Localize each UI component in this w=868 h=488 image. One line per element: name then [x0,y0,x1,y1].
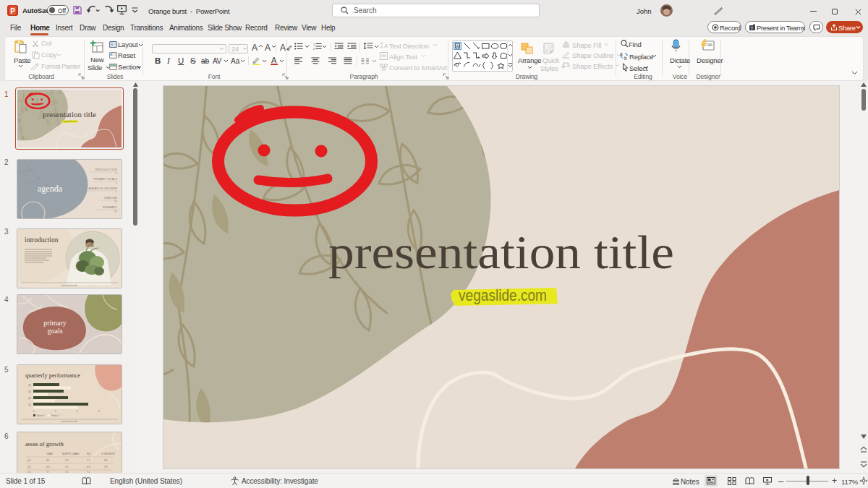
svg-text:YEAR: YEAR [46,453,53,455]
svg-text:Q4: Q4 [28,384,31,387]
svg-text:SUPPLY CHAIN: SUPPLY CHAIN [62,453,80,455]
svg-text:quarterly performance: quarterly performance [25,372,80,379]
svg-text:1.7: 1.7 [87,459,90,462]
svg-text:12: 12 [114,210,117,213]
svg-text:goals: goals [47,327,62,335]
svg-text:5%: 5% [104,459,108,462]
svg-text:AREAS OF GROWTH: AREAS OF GROWTH [88,187,117,190]
svg-text:2: 2 [313,47,315,51]
svg-text:3: 3 [116,172,117,175]
svg-text:PRIMARY GOALS: PRIMARY GOALS [93,177,117,181]
svg-text:Q3: Q3 [28,390,31,393]
svg-text:1: 1 [313,43,315,46]
svg-text:A: A [456,44,459,48]
svg-text:b: b [624,56,627,61]
svg-text:introduction: introduction [25,236,59,244]
svg-text:primary: primary [43,319,67,327]
svg-text:2.3: 2.3 [65,459,69,462]
svg-text:Q1: Q1 [28,403,31,406]
svg-text:areas of growth: areas of growth [25,440,64,448]
svg-text:7%: 7% [104,466,108,468]
svg-text:7: 7 [116,191,117,194]
svg-text:Series 1: Series 1 [37,414,45,417]
svg-text:4.4: 4.4 [87,466,90,468]
svg-text:Q2: Q2 [27,466,30,468]
svg-text:INTRODUCTION: INTRODUCTION [95,168,117,171]
svg-text:5: 5 [116,181,117,184]
svg-text:agenda: agenda [38,184,63,194]
svg-text:4.5: 4.5 [46,459,50,462]
svg-text:5.1: 5.1 [65,466,69,468]
svg-text:TIMELINE: TIMELINE [104,196,118,200]
svg-text:% GROWTH: % GROWTH [101,453,115,455]
svg-text:Q2: Q2 [28,397,31,400]
svg-text:P: P [10,7,15,15]
svg-text:Series 2: Series 2 [51,414,59,417]
svg-text:A: A [384,43,388,49]
svg-text:Q1: Q1 [27,459,30,462]
svg-text:3.2: 3.2 [46,466,50,468]
svg-text:T: T [751,26,754,30]
svg-text:presentation title: presentation title [61,284,77,287]
svg-text:ROI: ROI [87,453,91,455]
svg-text:SUMMARY: SUMMARY [103,205,118,209]
svg-text:presentation title: presentation title [61,420,77,423]
svg-text:a: a [620,51,623,56]
svg-text:10: 10 [114,200,117,203]
